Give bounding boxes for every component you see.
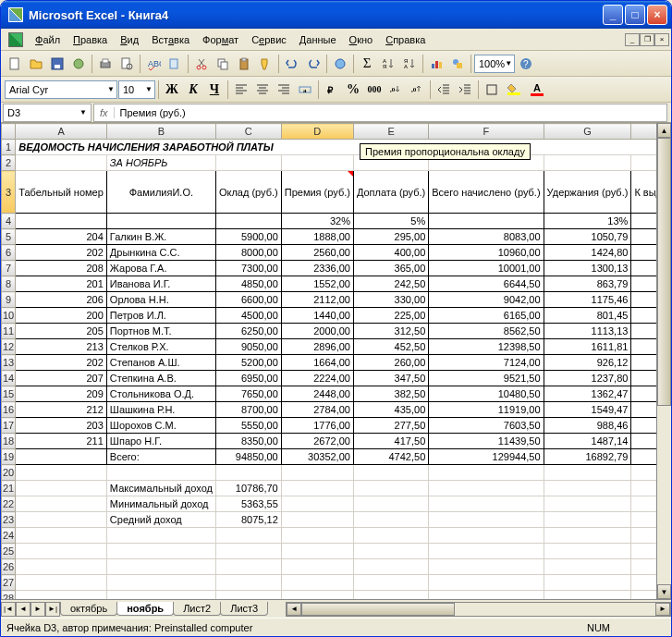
cell-name[interactable]: Шашкина Р.Н. (106, 402, 215, 418)
cell-bonus[interactable]: 1552,00 (281, 276, 353, 292)
cell-salary[interactable]: 5900,00 (215, 229, 281, 245)
cell-total[interactable]: 6644,50 (429, 276, 544, 292)
cell-bonus[interactable]: 2112,00 (281, 292, 353, 308)
cell-total[interactable]: 11439,50 (429, 434, 544, 449)
cell-total[interactable]: 10001,00 (429, 261, 544, 276)
autosum-button[interactable]: Σ (357, 54, 377, 74)
col-header-A[interactable]: A (16, 124, 107, 140)
scroll-up-button[interactable]: ▲ (657, 123, 671, 138)
cell-addition[interactable]: 435,00 (353, 402, 428, 418)
row-header-26[interactable]: 26 (2, 559, 16, 575)
cell-addition[interactable]: 277,50 (353, 418, 428, 434)
header-deduction[interactable]: Удержания (руб.) (544, 171, 631, 214)
cell-deduction[interactable]: 988,46 (544, 418, 631, 434)
zoom-combo[interactable]: 100%▼ (474, 55, 515, 73)
font-combo[interactable]: Arial Cyr▼ (5, 80, 117, 99)
percent-addition[interactable]: 5% (353, 214, 428, 229)
undo-button[interactable] (282, 54, 302, 74)
cell-bonus[interactable]: 1664,00 (281, 355, 353, 371)
header-name[interactable]: ФамилияИ.О. (106, 171, 215, 214)
decrease-decimal-button[interactable]: ,0 (407, 80, 427, 100)
cell-salary[interactable]: 6250,00 (215, 324, 281, 339)
cell-tabnum[interactable]: 205 (16, 324, 107, 339)
sheet-tab-Лист2[interactable]: Лист2 (173, 602, 221, 616)
increase-decimal-button[interactable]: ,0 (385, 80, 406, 100)
cell-total[interactable]: 7603,50 (429, 418, 544, 434)
avg-label[interactable]: Средний доход (106, 512, 215, 528)
cell-deduction[interactable]: 926,12 (544, 355, 631, 371)
cell-tabnum[interactable]: 206 (16, 292, 107, 308)
cell-name[interactable]: Шпаро Н.Г. (106, 434, 215, 449)
cell-name[interactable]: Портнов М.Т. (106, 324, 215, 339)
cell-tabnum[interactable]: 200 (16, 308, 107, 324)
cell-total[interactable]: 9042,00 (429, 292, 544, 308)
cell-tabnum[interactable]: 203 (16, 418, 107, 434)
cell-deduction[interactable]: 1175,46 (544, 292, 631, 308)
cell-total[interactable]: 11919,00 (429, 402, 544, 418)
row-header-2[interactable]: 2 (2, 155, 16, 171)
row-header-11[interactable]: 11 (2, 324, 16, 339)
total-label[interactable]: Всего: (106, 449, 215, 465)
mdi-minimize[interactable]: _ (625, 33, 640, 46)
title-bar[interactable]: Microsoft Excel - Книга4 _ □ × (1, 1, 671, 29)
cell-total[interactable]: 10960,00 (429, 245, 544, 261)
sort-desc-button[interactable]: ЯА (399, 54, 420, 74)
cell-tabnum[interactable]: 213 (16, 339, 107, 355)
cell-addition[interactable]: 347,50 (353, 371, 428, 386)
permission-button[interactable] (68, 54, 89, 74)
col-header-E[interactable]: E (353, 124, 428, 140)
menu-format[interactable]: Формат (196, 31, 245, 48)
row-header-28[interactable]: 28 (2, 591, 16, 600)
col-header-F[interactable]: F (429, 124, 544, 140)
cell-addition[interactable]: 225,00 (353, 308, 428, 324)
scroll-right-button[interactable]: ► (655, 603, 670, 616)
row-header-14[interactable]: 14 (2, 371, 16, 386)
cell-deduction[interactable]: 1113,13 (544, 324, 631, 339)
cell-deduction[interactable]: 801,45 (544, 308, 631, 324)
subtitle-cell[interactable]: ЗА НОЯБРЬ (106, 155, 215, 171)
align-center-button[interactable] (252, 80, 273, 100)
cell-name[interactable]: Стелков Р.Х. (106, 339, 215, 355)
cell-addition[interactable]: 452,50 (353, 339, 428, 355)
cell-salary[interactable]: 8000,00 (215, 245, 281, 261)
cell-deduction[interactable]: 1487,14 (544, 434, 631, 449)
percent-deduction[interactable]: 13% (544, 214, 631, 229)
align-right-button[interactable] (274, 80, 294, 100)
hscroll-thumb[interactable] (301, 603, 455, 616)
cell-bonus[interactable]: 2672,00 (281, 434, 353, 449)
row-header-9[interactable]: 9 (2, 292, 16, 308)
row-header-23[interactable]: 23 (2, 512, 16, 528)
header-addition[interactable]: Доплата (руб.) (353, 171, 428, 214)
mdi-restore[interactable]: ❐ (640, 33, 654, 46)
cell-tabnum[interactable]: 209 (16, 386, 107, 402)
decrease-indent-button[interactable] (434, 80, 454, 100)
print-preview-button[interactable] (116, 54, 137, 74)
cell-salary[interactable]: 8350,00 (215, 434, 281, 449)
font-size-combo[interactable]: 10▼ (118, 80, 155, 99)
cell-tabnum[interactable]: 202 (16, 245, 107, 261)
cell-tabnum[interactable]: 201 (16, 276, 107, 292)
cell-salary[interactable]: 7650,00 (215, 386, 281, 402)
col-header-C[interactable]: C (215, 124, 281, 140)
row-header-15[interactable]: 15 (2, 386, 16, 402)
formula-input[interactable]: Премия (руб.) (115, 107, 191, 118)
cell-addition[interactable]: 330,00 (353, 292, 428, 308)
research-button[interactable] (165, 54, 185, 74)
cell-bonus[interactable]: 2896,00 (281, 339, 353, 355)
cell-addition[interactable]: 382,50 (353, 386, 428, 402)
row-header-12[interactable]: 12 (2, 339, 16, 355)
cell-tabnum[interactable]: 212 (16, 402, 107, 418)
row-header-7[interactable]: 7 (2, 261, 16, 276)
menu-view[interactable]: Вид (114, 31, 145, 48)
cell-addition[interactable]: 312,50 (353, 324, 428, 339)
help-button[interactable]: ? (516, 54, 536, 74)
cell-total[interactable]: 9521,50 (429, 371, 544, 386)
col-header-G[interactable]: G (544, 124, 631, 140)
merge-center-button[interactable]: a (295, 80, 315, 100)
drawing-button[interactable] (447, 54, 468, 74)
cell-total[interactable]: 7124,00 (429, 355, 544, 371)
cell-name[interactable]: Орлова Н.Н. (106, 292, 215, 308)
cell-deduction[interactable]: 1300,13 (544, 261, 631, 276)
cell-salary[interactable]: 5550,00 (215, 418, 281, 434)
row-header-24[interactable]: 24 (2, 528, 16, 544)
